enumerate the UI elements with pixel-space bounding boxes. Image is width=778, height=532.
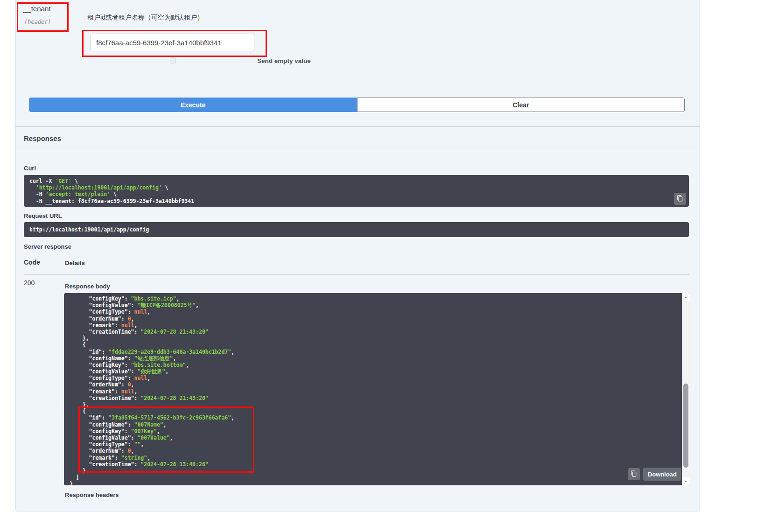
code-line: "id": "fddae229-a2e9-ddb3-648a-3a140bc1b…	[70, 349, 684, 355]
code-line: "orderNum": 0,	[70, 315, 684, 322]
code-line: curl -X 'GET' \	[29, 178, 683, 184]
tenant-input[interactable]	[90, 34, 254, 51]
details-column-header: Details	[65, 259, 85, 266]
divider	[15, 126, 700, 127]
code-line: "configType": "",	[70, 441, 684, 448]
code-line: {	[70, 342, 684, 348]
code-line: "orderNum": 0,	[70, 381, 684, 388]
code-line: }	[70, 468, 684, 474]
request-url-value: http://localhost:19001/api/app/config	[29, 226, 683, 233]
param-name: __tenant	[23, 5, 50, 13]
code-line: "configKey": "bbs.site.icp",	[70, 295, 684, 302]
request-url-block: http://localhost:19001/api/app/config	[24, 222, 689, 237]
scroll-up-button[interactable]: ▲	[682, 293, 690, 301]
curl-command-block: curl -X 'GET' \ 'http://localhost:19001/…	[24, 175, 689, 207]
code-line: 'http://localhost:19001/api/app/config' …	[29, 184, 683, 191]
scroll-down-button[interactable]: ▼	[682, 477, 690, 485]
copy-response-button[interactable]	[628, 468, 640, 480]
code-line: },	[70, 335, 684, 342]
divider	[24, 274, 689, 275]
clipboard-icon	[677, 195, 683, 203]
code-line: "configValue": "007Value",	[70, 434, 684, 441]
param-location: (header)	[24, 19, 51, 25]
code-line: "configName": "站点底部信息",	[70, 355, 684, 362]
responses-section-title: Responses	[24, 134, 61, 142]
response-body-label: Response body	[65, 283, 110, 290]
divider	[15, 151, 700, 151]
code-line: "remark": null,	[70, 322, 684, 329]
code-line: {	[70, 408, 684, 414]
response-headers-label: Response headers	[65, 491, 119, 498]
code-line: "configName": "007Name",	[70, 421, 684, 428]
server-response-label: Server response	[24, 243, 71, 250]
code-line: "remark": null,	[70, 388, 684, 395]
scrollbar-thumb[interactable]	[683, 384, 688, 468]
swagger-operation-panel: __tenant (header) 租户id或者租户名称（可空为默认租户） Se…	[0, 0, 778, 532]
response-body-block[interactable]: "configKey": "bbs.site.icp", "configValu…	[64, 293, 690, 485]
clipboard-icon	[631, 470, 637, 478]
code-line: }	[70, 481, 684, 485]
curl-label: Curl	[24, 165, 36, 172]
code-line: "remark": "string",	[70, 455, 684, 461]
code-line: "configValue": "赣ICP备20008025号",	[70, 302, 684, 308]
code-line: "id": "3fa85f64-5717-4562-b3fc-2c963f66a…	[70, 414, 684, 421]
code-line: "creationTime": "2024-07-28 13:46:26"	[70, 461, 684, 468]
code-line: "creationTime": "2024-07-28 21:43:20"	[70, 395, 684, 401]
code-line: "configType": null,	[70, 375, 684, 381]
copy-curl-button[interactable]	[674, 193, 686, 205]
code-line: ]	[70, 474, 684, 481]
scroll-down-icon: ▼	[684, 480, 687, 483]
param-description: 租户id或者租户名称（可空为默认租户）	[87, 14, 203, 22]
status-code: 200	[24, 279, 35, 287]
send-empty-checkbox[interactable]	[170, 57, 176, 63]
code-line: },	[70, 401, 684, 408]
code-line: "configKey": "bbs.site.bottom",	[70, 362, 684, 368]
code-line: "configValue": "你好世界",	[70, 368, 684, 375]
code-line: "configKey": "007Key",	[70, 428, 684, 434]
code-line: -H 'accept: text/plain' \	[29, 191, 683, 197]
code-line: "configType": null,	[70, 308, 684, 315]
scroll-up-icon: ▲	[684, 295, 687, 299]
request-url-label: Request URL	[24, 212, 62, 219]
clear-button[interactable]: Clear	[357, 98, 685, 112]
code-line: "orderNum": 0,	[70, 448, 684, 454]
download-button[interactable]: Download	[643, 468, 681, 481]
send-empty-label: Send empty value	[257, 57, 311, 64]
response-body-scrollbar[interactable]: ▲ ▼	[682, 293, 690, 485]
code-line: -H __tenant: f8cf76aa-ac59-6399-23ef-3a1…	[29, 198, 683, 204]
code-line: "creationTime": "2024-07-28 21:43:20"	[70, 329, 684, 335]
execute-button[interactable]: Execute	[29, 98, 357, 112]
code-column-header: Code	[24, 259, 40, 266]
